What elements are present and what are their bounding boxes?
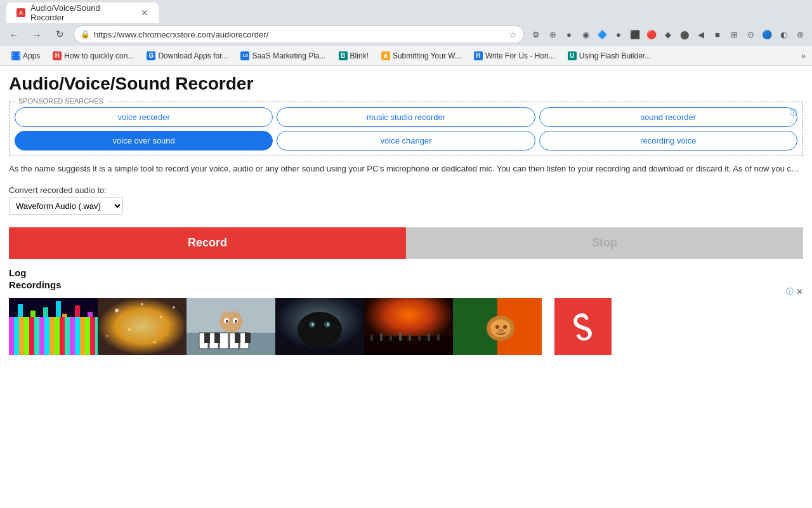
toolbar-icon-11[interactable]: ◀ <box>694 27 708 41</box>
howto-favicon: H <box>53 51 62 60</box>
svg-point-18 <box>160 316 162 318</box>
svg-point-39 <box>226 320 228 323</box>
svg-point-19 <box>128 328 131 331</box>
toolbar-icons: ⚙ ⊕ ● ◉ 🔷 ● ⬛ 🔴 ◆ ⬤ ◀ ■ ⊞ ⊙ 🔵 ◐ ⊛ <box>529 27 807 41</box>
svg-rect-7 <box>49 320 55 355</box>
toolbar-icon-10[interactable]: ⬤ <box>678 27 691 41</box>
thumb-panther[interactable] <box>275 298 364 355</box>
toolbar-icon-3[interactable]: ● <box>562 27 576 41</box>
ad-close-icon[interactable]: ✕ <box>796 287 803 297</box>
lock-icon: 🔒 <box>81 30 90 39</box>
toolbar-icon-15[interactable]: 🔵 <box>760 27 774 41</box>
forward-button[interactable]: → <box>28 25 46 43</box>
thumb-lion[interactable] <box>453 298 542 355</box>
toolbar-icon-13[interactable]: ⊞ <box>727 27 741 41</box>
svg-rect-1 <box>11 317 16 355</box>
toolbar-icon-2[interactable]: ⊕ <box>546 27 560 41</box>
toolbar-icon-7[interactable]: ⬛ <box>628 27 642 41</box>
download-favicon: G <box>147 51 155 60</box>
log-recordings-title: Log Recordings <box>9 267 803 291</box>
record-stop-row: Record Stop <box>9 227 803 259</box>
tab-title: Audio/Voice/Sound Recorder <box>30 3 136 22</box>
write-label: Write For Us - Hon... <box>485 51 555 60</box>
svg-point-22 <box>154 341 156 344</box>
bookmark-star-icon[interactable]: ☆ <box>509 29 517 39</box>
svg-rect-5 <box>37 330 42 355</box>
saas-label: SaaS Marketing Pla... <box>252 51 325 60</box>
search-btn-voice-over[interactable]: voice over sound <box>15 131 273 150</box>
svg-rect-53 <box>390 334 392 341</box>
bookmark-blink[interactable]: B Blink! <box>334 50 374 62</box>
sponsored-section: SPONSORED SEARCHES ⓘ voice recorder musi… <box>9 102 803 156</box>
page-title: Audio/Voice/Sound Recorder <box>9 74 803 94</box>
flash-favicon: U <box>568 51 577 60</box>
toolbar-icon-9[interactable]: ◆ <box>661 27 675 41</box>
search-btn-music-studio[interactable]: music studio recorder <box>277 107 535 127</box>
more-bookmarks-button[interactable]: » <box>801 51 806 60</box>
write-favicon: H <box>474 51 483 60</box>
active-tab[interactable]: A Audio/Voice/Sound Recorder ✕ <box>6 3 159 23</box>
svg-rect-27 <box>219 333 228 349</box>
thumb-concert[interactable] <box>364 298 453 355</box>
search-btn-recording-voice[interactable]: recording voice <box>539 131 797 150</box>
toolbar-icon-17[interactable]: ⊛ <box>793 27 807 41</box>
submitting-favicon: a <box>381 51 390 60</box>
toolbar-icon-5[interactable]: 🔷 <box>595 27 609 41</box>
stop-button[interactable]: Stop <box>406 227 803 259</box>
blink-label: Blink! <box>350 51 369 60</box>
bookmark-apps[interactable]: ⋮⋮ Apps <box>6 50 45 62</box>
bookmark-submitting[interactable]: a Submitting Your W... <box>376 50 466 62</box>
thumbnails-section: ⓘ ✕ <box>9 298 803 355</box>
search-btn-sound-recorder[interactable]: sound recorder <box>539 107 797 127</box>
back-button[interactable]: ← <box>5 25 23 43</box>
svg-point-64 <box>503 325 507 329</box>
thumb-cat-piano[interactable] <box>187 298 275 355</box>
bookmark-saas[interactable]: 10 SaaS Marketing Pla... <box>235 50 331 62</box>
tab-close-button[interactable]: ✕ <box>141 8 148 18</box>
bookmark-download[interactable]: G Download Apps for... <box>141 50 233 62</box>
bookmarks-bar: ⋮⋮ Apps H How to quickly con... G Downlo… <box>0 46 812 66</box>
thumb-gold[interactable] <box>98 298 187 355</box>
svg-point-21 <box>107 335 108 337</box>
search-btn-voice-changer[interactable]: voice changer <box>277 131 535 150</box>
ad-info-icon[interactable]: ⓘ <box>786 286 794 297</box>
search-buttons-grid: voice recorder music studio recorder sou… <box>15 107 797 150</box>
toolbar-icon-4[interactable]: ◉ <box>579 27 593 41</box>
toolbar-icon-12[interactable]: ■ <box>710 27 724 41</box>
format-select[interactable]: Waveform Audio (.wav) MP3 Audio (.mp3) O… <box>9 197 123 215</box>
svg-point-47 <box>327 323 329 326</box>
howto-label: How to quickly con... <box>64 51 134 60</box>
apps-label: Apps <box>23 51 40 60</box>
title-bar: ← → ↻ 🔒 https://www.chromecrxstore.com/a… <box>0 23 812 46</box>
recordings-label: Recordings <box>9 279 62 290</box>
svg-point-16 <box>115 309 119 312</box>
svg-rect-3 <box>24 323 29 355</box>
search-btn-voice-recorder[interactable]: voice recorder <box>15 107 273 127</box>
toolbar-icon-6[interactable]: ● <box>612 27 625 41</box>
svg-rect-32 <box>235 333 240 343</box>
svg-point-40 <box>235 320 237 323</box>
toolbar-icon-16[interactable]: ◐ <box>776 27 790 41</box>
bookmark-write[interactable]: H Write For Us - Hon... <box>469 50 560 62</box>
toolbar-icon-1[interactable]: ⚙ <box>529 27 543 41</box>
thumb-equalizer[interactable] <box>9 298 98 355</box>
record-button[interactable]: Record <box>9 227 406 259</box>
page-content: Audio/Voice/Sound Recorder SPONSORED SEA… <box>0 66 812 508</box>
toolbar-icon-14[interactable]: ⊙ <box>743 27 757 41</box>
address-bar[interactable]: 🔒 https://www.chromecrxstore.com/audiore… <box>74 25 524 43</box>
reload-button[interactable]: ↻ <box>51 25 69 43</box>
apps-favicon: ⋮⋮ <box>11 51 20 60</box>
svg-point-17 <box>141 303 143 305</box>
sponsored-info-icon[interactable]: ⓘ <box>790 107 797 118</box>
ad-logo[interactable] <box>554 298 612 355</box>
svg-rect-52 <box>380 333 383 341</box>
submitting-label: Submitting Your W... <box>393 51 461 60</box>
bookmark-how-to[interactable]: H How to quickly con... <box>48 50 139 62</box>
convert-section: Convert recorded audio to: Waveform Audi… <box>9 185 803 215</box>
sponsored-label: SPONSORED SEARCHES <box>16 97 106 105</box>
svg-rect-54 <box>399 332 402 341</box>
saas-favicon: 10 <box>240 51 249 60</box>
svg-rect-11 <box>75 305 80 355</box>
toolbar-icon-8[interactable]: 🔴 <box>645 27 658 41</box>
bookmark-flash[interactable]: U Using Flash Builder... <box>563 50 656 62</box>
